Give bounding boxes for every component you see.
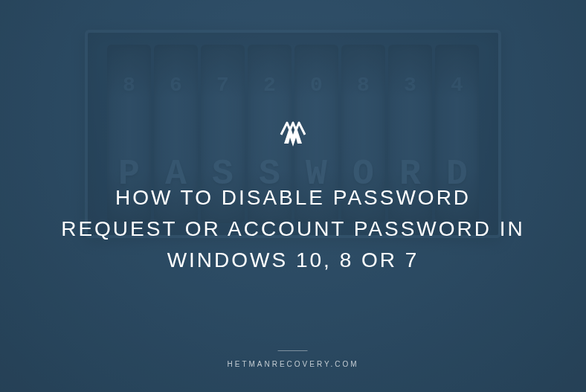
page-title: HOW TO DISABLE PASSWORD REQUEST OR ACCOU…: [59, 182, 527, 276]
hetman-logo-icon: [275, 117, 311, 152]
footer-divider: [278, 350, 308, 351]
footer-text: HETMANRECOVERY.COM: [228, 360, 359, 368]
hero-container: 8 P 6 A 7 S 2 S 0 W 8 O: [0, 0, 586, 392]
footer: HETMANRECOVERY.COM: [228, 350, 359, 368]
content-block: HOW TO DISABLE PASSWORD REQUEST OR ACCOU…: [0, 117, 586, 276]
